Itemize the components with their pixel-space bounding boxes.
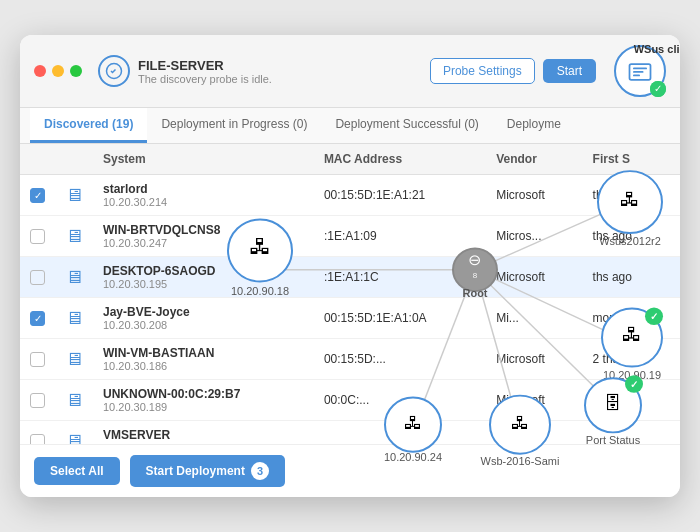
row-system-cell: VMSERVER10.20.30.1 <box>93 421 314 445</box>
col-first: First S <box>583 144 680 175</box>
close-button[interactable] <box>34 65 46 77</box>
row-checkbox[interactable] <box>30 270 45 285</box>
system-name: VMSERVER <box>103 428 304 442</box>
col-system: System <box>93 144 314 175</box>
table-row: 🖥VMSERVER10.20.30.1 <box>20 421 680 445</box>
tab-deployme[interactable]: Deployme <box>493 108 575 143</box>
row-icon-cell: 🖥 <box>55 421 93 445</box>
row-checkbox[interactable]: ✓ <box>30 311 45 326</box>
row-checkbox-cell[interactable]: ✓ <box>20 175 55 216</box>
row-mac-cell <box>314 421 486 445</box>
row-mac-cell: 00:15:5D:... <box>314 339 486 380</box>
titlebar: FILE-SERVER The discovery probe is idle.… <box>20 35 680 108</box>
row-first-seen-cell: ths ago <box>583 216 680 257</box>
row-system-cell: DESKTOP-6SAOGD10.20.30.195 <box>93 257 314 298</box>
row-mac-cell: :1E:A1:09 <box>314 216 486 257</box>
tab-in-progress[interactable]: Deployment in Progress (0) <box>147 108 321 143</box>
row-mac-cell: :1E:A1:1C <box>314 257 486 298</box>
app-subtitle: The discovery probe is idle. <box>138 73 422 85</box>
tab-discovered[interactable]: Discovered (19) <box>30 108 147 143</box>
row-vendor-cell: Microsoft <box>486 257 582 298</box>
system-ip: 10.20.30.247 <box>103 237 304 249</box>
system-ip: 10.20.30.1 <box>103 442 304 444</box>
tabs: Discovered (19) Deployment in Progress (… <box>20 108 680 144</box>
deploy-count-badge: 3 <box>251 462 269 480</box>
system-name: Jay-BVE-Joyce <box>103 305 304 319</box>
deploy-label: Start Deployment <box>146 464 245 478</box>
row-system-cell: Jay-BVE-Joyce10.20.30.208 <box>93 298 314 339</box>
row-mac-cell: 00:0C:... <box>314 380 486 421</box>
system-ip: 10.20.30.186 <box>103 360 304 372</box>
computer-icon: 🖥 <box>65 390 83 410</box>
systems-table: System MAC Address Vendor First S ✓🖥star… <box>20 144 680 444</box>
wsus-label: WSus client <box>634 43 680 55</box>
row-icon-cell: 🖥 <box>55 257 93 298</box>
svg-rect-4 <box>633 75 640 77</box>
select-all-button[interactable]: Select All <box>34 457 120 485</box>
system-ip: 10.20.30.195 <box>103 278 304 290</box>
row-first-seen-cell: 2 mo... <box>583 380 680 421</box>
row-vendor-cell: Microsoft <box>486 380 582 421</box>
computer-icon: 🖥 <box>65 308 83 328</box>
probe-settings-button[interactable]: Probe Settings <box>430 58 535 84</box>
row-first-seen-cell: ths ago <box>583 257 680 298</box>
row-first-seen-cell: 2 ths ago <box>583 339 680 380</box>
row-vendor-cell: Microsoft <box>486 175 582 216</box>
table-row: 🖥WIN-VM-BASTIAAN10.20.30.18600:15:5D:...… <box>20 339 680 380</box>
app-info: FILE-SERVER The discovery probe is idle. <box>138 58 422 85</box>
table-row: ✓🖥starlord10.20.30.21400:15:5D:1E:A1:21M… <box>20 175 680 216</box>
maximize-button[interactable] <box>70 65 82 77</box>
row-checkbox[interactable] <box>30 229 45 244</box>
row-checkbox-cell[interactable] <box>20 216 55 257</box>
computer-icon: 🖥 <box>65 185 83 205</box>
minimize-button[interactable] <box>52 65 64 77</box>
col-icon <box>55 144 93 175</box>
system-name: DESKTOP-6SAOGD <box>103 264 304 278</box>
header-buttons: Probe Settings Start ✓ WSus client <box>430 45 666 97</box>
footer: Select All Start Deployment 3 <box>20 444 680 497</box>
table-row: 🖥WIN-BRTVDQLCNS810.20.30.247:1E:A1:09Mic… <box>20 216 680 257</box>
computer-icon: 🖥 <box>65 226 83 246</box>
row-first-seen-cell <box>583 421 680 445</box>
row-checkbox-cell[interactable] <box>20 339 55 380</box>
row-checkbox-cell[interactable]: ✓ <box>20 298 55 339</box>
row-checkbox-cell[interactable] <box>20 421 55 445</box>
system-ip: 10.20.30.214 <box>103 196 304 208</box>
col-vendor: Vendor <box>486 144 582 175</box>
row-checkbox[interactable] <box>30 393 45 408</box>
tab-successful[interactable]: Deployment Successful (0) <box>321 108 492 143</box>
row-icon-cell: 🖥 <box>55 380 93 421</box>
row-icon-cell: 🖥 <box>55 339 93 380</box>
row-checkbox[interactable] <box>30 352 45 367</box>
app-title: FILE-SERVER <box>138 58 422 73</box>
computer-icon: 🖥 <box>65 431 83 445</box>
row-first-seen-cell: months <box>583 298 680 339</box>
row-icon-cell: 🖥 <box>55 216 93 257</box>
table-row: ✓🖥Jay-BVE-Joyce10.20.30.20800:15:5D:1E:A… <box>20 298 680 339</box>
row-mac-cell: 00:15:5D:1E:A1:21 <box>314 175 486 216</box>
computer-icon: 🖥 <box>65 267 83 287</box>
row-checkbox-cell[interactable] <box>20 257 55 298</box>
row-checkbox[interactable] <box>30 434 45 445</box>
systems-table-container: System MAC Address Vendor First S ✓🖥star… <box>20 144 680 444</box>
start-button[interactable]: Start <box>543 59 596 83</box>
system-name: UNKNOWN-00:0C:29:B7 <box>103 387 304 401</box>
computer-icon: 🖥 <box>65 349 83 369</box>
row-system-cell: starlord10.20.30.214 <box>93 175 314 216</box>
svg-rect-2 <box>633 68 647 70</box>
row-system-cell: WIN-BRTVDQLCNS810.20.30.247 <box>93 216 314 257</box>
row-checkbox-cell[interactable] <box>20 380 55 421</box>
row-vendor-cell <box>486 421 582 445</box>
system-name: WIN-BRTVDQLCNS8 <box>103 223 304 237</box>
system-name: starlord <box>103 182 304 196</box>
system-ip: 10.20.30.208 <box>103 319 304 331</box>
traffic-lights <box>34 65 82 77</box>
row-icon-cell: 🖥 <box>55 175 93 216</box>
start-deployment-button[interactable]: Start Deployment 3 <box>130 455 285 487</box>
row-system-cell: WIN-VM-BASTIAAN10.20.30.186 <box>93 339 314 380</box>
row-first-seen-cell: ths ago <box>583 175 680 216</box>
row-system-cell: UNKNOWN-00:0C:29:B710.20.30.189 <box>93 380 314 421</box>
row-vendor-cell: Mi... <box>486 298 582 339</box>
row-mac-cell: 00:15:5D:1E:A1:0A <box>314 298 486 339</box>
row-checkbox[interactable]: ✓ <box>30 188 45 203</box>
